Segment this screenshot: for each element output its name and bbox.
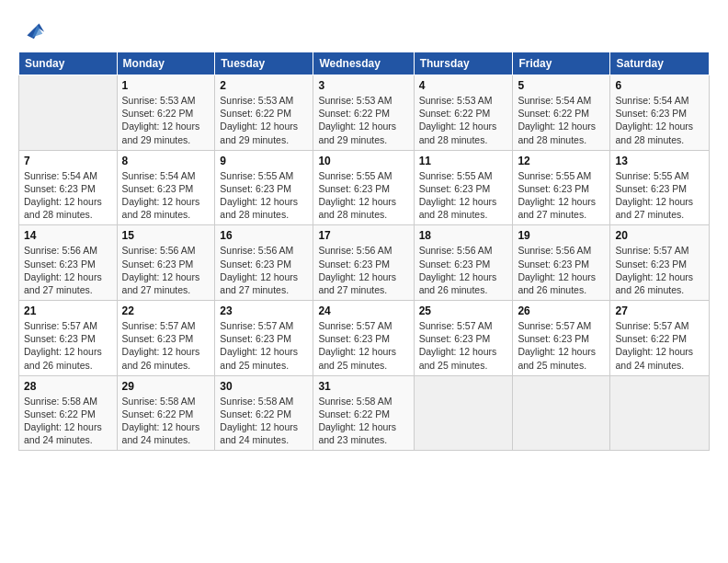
calendar-cell: 18Sunrise: 5:56 AM Sunset: 6:23 PM Dayli… (414, 225, 513, 301)
calendar-body: 1Sunrise: 5:53 AM Sunset: 6:22 PM Daylig… (19, 75, 710, 451)
calendar-cell: 28Sunrise: 5:58 AM Sunset: 6:22 PM Dayli… (19, 375, 118, 451)
day-info: Sunrise: 5:56 AM Sunset: 6:23 PM Dayligh… (419, 244, 508, 296)
weekday-header: Sunday (19, 52, 118, 75)
calendar-week-row: 21Sunrise: 5:57 AM Sunset: 6:23 PM Dayli… (19, 301, 710, 376)
day-info: Sunrise: 5:54 AM Sunset: 6:22 PM Dayligh… (518, 94, 605, 146)
day-info: Sunrise: 5:58 AM Sunset: 6:22 PM Dayligh… (318, 395, 408, 447)
calendar-cell: 15Sunrise: 5:56 AM Sunset: 6:23 PM Dayli… (117, 225, 215, 301)
weekday-header: Wednesday (313, 52, 414, 75)
day-info: Sunrise: 5:53 AM Sunset: 6:22 PM Dayligh… (318, 94, 408, 146)
day-info: Sunrise: 5:57 AM Sunset: 6:23 PM Dayligh… (615, 244, 704, 296)
day-number: 4 (419, 79, 508, 92)
weekday-header: Saturday (610, 52, 710, 75)
calendar-cell: 14Sunrise: 5:56 AM Sunset: 6:23 PM Dayli… (19, 225, 118, 301)
day-info: Sunrise: 5:55 AM Sunset: 6:23 PM Dayligh… (318, 169, 408, 222)
day-number: 19 (518, 229, 605, 242)
weekday-header: Tuesday (215, 52, 313, 75)
day-info: Sunrise: 5:53 AM Sunset: 6:22 PM Dayligh… (122, 94, 210, 146)
day-number: 31 (318, 380, 408, 393)
calendar-cell (19, 75, 118, 151)
calendar-header-row: SundayMondayTuesdayWednesdayThursdayFrid… (19, 52, 710, 75)
day-number: 10 (318, 155, 408, 167)
calendar-cell: 24Sunrise: 5:57 AM Sunset: 6:23 PM Dayli… (313, 301, 414, 376)
day-number: 14 (24, 229, 112, 242)
day-number: 8 (122, 155, 210, 167)
day-info: Sunrise: 5:57 AM Sunset: 6:23 PM Dayligh… (220, 319, 308, 372)
calendar-cell: 19Sunrise: 5:56 AM Sunset: 6:23 PM Dayli… (513, 225, 610, 301)
logo (18, 17, 46, 42)
logo-icon (20, 17, 46, 42)
day-number: 2 (220, 79, 308, 92)
day-info: Sunrise: 5:57 AM Sunset: 6:23 PM Dayligh… (318, 319, 408, 372)
day-info: Sunrise: 5:54 AM Sunset: 6:23 PM Dayligh… (615, 94, 704, 146)
calendar-cell: 21Sunrise: 5:57 AM Sunset: 6:23 PM Dayli… (19, 301, 118, 376)
weekday-header: Monday (117, 52, 215, 75)
calendar-cell: 9Sunrise: 5:55 AM Sunset: 6:23 PM Daylig… (215, 150, 313, 225)
day-info: Sunrise: 5:54 AM Sunset: 6:23 PM Dayligh… (122, 169, 210, 222)
day-info: Sunrise: 5:58 AM Sunset: 6:22 PM Dayligh… (24, 395, 112, 447)
header (18, 17, 710, 42)
calendar-cell: 7Sunrise: 5:54 AM Sunset: 6:23 PM Daylig… (19, 150, 118, 225)
calendar: SundayMondayTuesdayWednesdayThursdayFrid… (18, 52, 710, 451)
day-number: 1 (122, 79, 210, 92)
day-info: Sunrise: 5:54 AM Sunset: 6:23 PM Dayligh… (24, 169, 112, 222)
calendar-cell: 27Sunrise: 5:57 AM Sunset: 6:22 PM Dayli… (610, 301, 710, 376)
calendar-cell: 12Sunrise: 5:55 AM Sunset: 6:23 PM Dayli… (513, 150, 610, 225)
calendar-cell: 22Sunrise: 5:57 AM Sunset: 6:23 PM Dayli… (117, 301, 215, 376)
calendar-cell: 16Sunrise: 5:56 AM Sunset: 6:23 PM Dayli… (215, 225, 313, 301)
day-number: 20 (615, 229, 704, 242)
calendar-cell: 3Sunrise: 5:53 AM Sunset: 6:22 PM Daylig… (313, 75, 414, 151)
day-info: Sunrise: 5:55 AM Sunset: 6:23 PM Dayligh… (615, 169, 704, 222)
day-info: Sunrise: 5:55 AM Sunset: 6:23 PM Dayligh… (419, 169, 508, 222)
day-number: 12 (518, 155, 605, 167)
calendar-cell: 8Sunrise: 5:54 AM Sunset: 6:23 PM Daylig… (117, 150, 215, 225)
day-info: Sunrise: 5:57 AM Sunset: 6:23 PM Dayligh… (419, 319, 508, 372)
day-number: 22 (122, 304, 210, 317)
day-info: Sunrise: 5:56 AM Sunset: 6:23 PM Dayligh… (220, 244, 308, 296)
calendar-cell: 17Sunrise: 5:56 AM Sunset: 6:23 PM Dayli… (313, 225, 414, 301)
day-number: 15 (122, 229, 210, 242)
day-number: 21 (24, 304, 112, 317)
day-info: Sunrise: 5:56 AM Sunset: 6:23 PM Dayligh… (518, 244, 605, 296)
day-number: 11 (419, 155, 508, 167)
day-info: Sunrise: 5:56 AM Sunset: 6:23 PM Dayligh… (24, 244, 112, 296)
calendar-cell (610, 375, 710, 451)
day-info: Sunrise: 5:57 AM Sunset: 6:23 PM Dayligh… (24, 319, 112, 372)
calendar-week-row: 7Sunrise: 5:54 AM Sunset: 6:23 PM Daylig… (19, 150, 710, 225)
calendar-cell: 2Sunrise: 5:53 AM Sunset: 6:22 PM Daylig… (215, 75, 313, 151)
day-number: 9 (220, 155, 308, 167)
weekday-header: Thursday (414, 52, 513, 75)
day-number: 27 (615, 304, 704, 317)
day-number: 17 (318, 229, 408, 242)
day-number: 18 (419, 229, 508, 242)
day-info: Sunrise: 5:56 AM Sunset: 6:23 PM Dayligh… (318, 244, 408, 296)
calendar-cell: 10Sunrise: 5:55 AM Sunset: 6:23 PM Dayli… (313, 150, 414, 225)
calendar-cell: 31Sunrise: 5:58 AM Sunset: 6:22 PM Dayli… (313, 375, 414, 451)
calendar-cell: 4Sunrise: 5:53 AM Sunset: 6:22 PM Daylig… (414, 75, 513, 151)
day-number: 7 (24, 155, 112, 167)
day-number: 30 (220, 380, 308, 393)
calendar-cell: 25Sunrise: 5:57 AM Sunset: 6:23 PM Dayli… (414, 301, 513, 376)
calendar-cell: 20Sunrise: 5:57 AM Sunset: 6:23 PM Dayli… (610, 225, 710, 301)
day-number: 5 (518, 79, 605, 92)
day-number: 25 (419, 304, 508, 317)
day-number: 16 (220, 229, 308, 242)
calendar-cell: 23Sunrise: 5:57 AM Sunset: 6:23 PM Dayli… (215, 301, 313, 376)
day-info: Sunrise: 5:55 AM Sunset: 6:23 PM Dayligh… (518, 169, 605, 222)
page: SundayMondayTuesdayWednesdayThursdayFrid… (0, 0, 728, 460)
day-info: Sunrise: 5:53 AM Sunset: 6:22 PM Dayligh… (220, 94, 308, 146)
day-number: 13 (615, 155, 704, 167)
weekday-header: Friday (513, 52, 610, 75)
calendar-cell (513, 375, 610, 451)
day-number: 23 (220, 304, 308, 317)
day-number: 6 (615, 79, 704, 92)
calendar-cell: 6Sunrise: 5:54 AM Sunset: 6:23 PM Daylig… (610, 75, 710, 151)
calendar-cell: 30Sunrise: 5:58 AM Sunset: 6:22 PM Dayli… (215, 375, 313, 451)
day-info: Sunrise: 5:57 AM Sunset: 6:23 PM Dayligh… (122, 319, 210, 372)
calendar-cell: 11Sunrise: 5:55 AM Sunset: 6:23 PM Dayli… (414, 150, 513, 225)
day-number: 26 (518, 304, 605, 317)
calendar-cell: 26Sunrise: 5:57 AM Sunset: 6:23 PM Dayli… (513, 301, 610, 376)
day-number: 29 (122, 380, 210, 393)
day-info: Sunrise: 5:53 AM Sunset: 6:22 PM Dayligh… (419, 94, 508, 146)
day-number: 24 (318, 304, 408, 317)
